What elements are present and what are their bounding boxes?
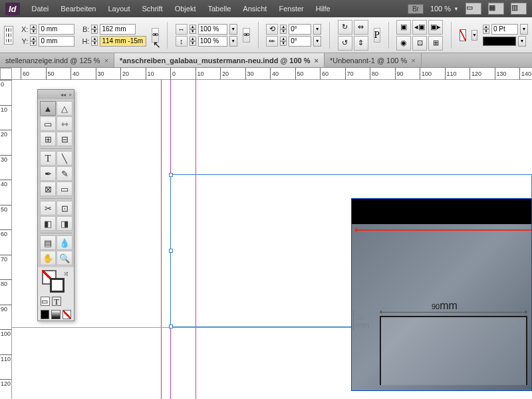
close-icon[interactable]: × xyxy=(411,57,415,65)
menu-datei[interactable]: Datei xyxy=(32,5,49,13)
default-gradient[interactable] xyxy=(51,310,60,319)
pen-tool[interactable]: ✒ xyxy=(40,166,56,181)
scale-y-dropdown[interactable]: ▼ xyxy=(229,36,237,47)
gap-tool[interactable]: ⇿ xyxy=(57,116,72,131)
stroke-weight-input[interactable] xyxy=(491,24,518,35)
close-icon[interactable]: × xyxy=(104,57,108,65)
apply-color[interactable]: ▭ xyxy=(41,297,50,306)
w-spin-up[interactable]: ▲ xyxy=(91,25,98,29)
fit-frame-icon[interactable]: ⊡ xyxy=(412,36,427,51)
placed-image[interactable]: 90mm 20mm xyxy=(351,198,532,391)
note-tool[interactable]: ▤ xyxy=(40,235,56,250)
zoom-level[interactable]: 100 % ▼ xyxy=(430,5,459,13)
tab-unbenannt[interactable]: *Unbenannt-1 @ 100 %× xyxy=(325,53,422,67)
flip-v-icon[interactable]: ⇕ xyxy=(354,36,368,51)
swap-colors-icon[interactable]: ⤭ xyxy=(63,270,68,277)
content-collector-tool[interactable]: ⊞ xyxy=(40,132,56,146)
scissors-tool[interactable]: ✂ xyxy=(40,201,56,215)
menu-ansicht[interactable]: Ansicht xyxy=(243,5,267,13)
type-tool[interactable]: T xyxy=(40,151,56,166)
select-content-icon[interactable]: ◉ xyxy=(396,36,411,51)
gradient-feather-tool[interactable]: ◨ xyxy=(57,216,72,231)
menu-layout[interactable]: Layout xyxy=(108,5,130,13)
selection-handle[interactable] xyxy=(169,173,173,177)
direct-selection-tool[interactable]: △ xyxy=(57,101,72,116)
shear-input[interactable] xyxy=(289,36,311,47)
tools-panel-header[interactable]: ◂◂ × xyxy=(38,90,74,99)
close-icon[interactable]: × xyxy=(68,92,72,98)
menu-schrift[interactable]: Schrift xyxy=(142,5,163,13)
scale-y-input[interactable] xyxy=(198,36,227,47)
document-tabs: stellenanzeige.indd @ 125 %× *anschreibe… xyxy=(0,53,532,68)
close-icon[interactable]: × xyxy=(315,57,319,65)
bridge-button[interactable]: Br xyxy=(408,4,424,14)
h-spin-down[interactable]: ▼ xyxy=(91,41,98,46)
tab-stellenanzeige[interactable]: stellenanzeige.indd @ 125 %× xyxy=(0,53,114,67)
content-placer-tool[interactable]: ⊟ xyxy=(57,132,72,146)
selection-handle[interactable] xyxy=(169,325,173,329)
line-tool[interactable]: ╲ xyxy=(57,151,72,166)
reference-point[interactable] xyxy=(4,26,13,45)
tab-anschreiben[interactable]: *anschreiben_galabau_mustermann-neu.indd… xyxy=(114,53,325,67)
stroke-weight-dropdown[interactable]: ▼ xyxy=(520,24,528,35)
h-input[interactable] xyxy=(100,36,146,47)
selection-handle[interactable] xyxy=(169,249,173,253)
y-label: Y: xyxy=(19,37,28,45)
x-input[interactable] xyxy=(39,24,74,35)
scale-x-dropdown[interactable]: ▼ xyxy=(229,24,237,35)
menu-bearbeiten[interactable]: Bearbeiten xyxy=(61,5,96,13)
collapse-icon[interactable]: ◂◂ xyxy=(61,92,66,98)
gradient-swatch-tool[interactable]: ◧ xyxy=(40,216,56,231)
select-prev-icon[interactable]: ◂▣ xyxy=(412,20,427,35)
fill-swatch[interactable] xyxy=(460,29,466,41)
menu-fenster[interactable]: Fenster xyxy=(279,5,303,13)
select-container-icon[interactable]: ▣ xyxy=(396,20,411,35)
flip-h-icon[interactable]: ⇔ xyxy=(354,20,368,35)
rectangle-tool[interactable]: ▭ xyxy=(57,182,72,196)
constrain-scale-icon[interactable]: ⚮ xyxy=(243,28,250,43)
w-spin-down[interactable]: ▼ xyxy=(91,29,98,34)
rotate-input[interactable] xyxy=(289,24,311,35)
zoom-tool[interactable]: 🔍 xyxy=(57,251,72,265)
shear-dropdown[interactable]: ▼ xyxy=(313,36,321,47)
eyedropper-tool[interactable]: 💧 xyxy=(57,235,72,250)
hand-tool[interactable]: ✋ xyxy=(40,251,56,265)
horizontal-ruler[interactable]: 6050403020100102030405060708090100110120… xyxy=(12,68,532,80)
screen-mode-icon[interactable]: ▭ xyxy=(466,3,481,15)
menu-hilfe[interactable]: Hilfe xyxy=(316,5,331,13)
canvas[interactable]: 90mm 20mm ◂◂ × ▲ △ ▭ ⇿ ⊞ ⊟ T ╲ ✒ xyxy=(12,80,532,399)
rotate-dropdown[interactable]: ▼ xyxy=(313,24,321,35)
arrange-icon[interactable]: ▦ xyxy=(488,3,504,15)
rectangle-frame-tool[interactable]: ⊠ xyxy=(40,182,56,196)
selection-tool[interactable]: ▲ xyxy=(40,101,56,116)
vertical-ruler[interactable]: 0102030405060708090100110120130 xyxy=(0,80,12,399)
select-next-icon[interactable]: ▣▸ xyxy=(428,20,443,35)
scale-x-input[interactable] xyxy=(198,24,227,35)
y-input[interactable] xyxy=(39,36,74,47)
menu-tabelle[interactable]: Tabelle xyxy=(207,5,231,13)
paragraph-style-icon[interactable]: P xyxy=(374,28,380,43)
x-spin-down[interactable]: ▼ xyxy=(30,29,37,34)
default-black[interactable] xyxy=(41,310,49,319)
w-input[interactable] xyxy=(100,24,136,35)
constrain-icon[interactable]: ⚮ xyxy=(152,28,159,43)
fill-dropdown[interactable]: ▼ xyxy=(471,30,477,41)
page-tool[interactable]: ▭ xyxy=(40,116,56,131)
y-spin-up[interactable]: ▲ xyxy=(30,37,37,41)
apply-none[interactable]: T xyxy=(52,297,61,306)
rotate-ccw-icon[interactable]: ↺ xyxy=(338,36,352,51)
stroke-style-dropdown[interactable]: ▼ xyxy=(518,36,526,47)
y-spin-down[interactable]: ▼ xyxy=(30,41,37,46)
pencil-tool[interactable]: ✎ xyxy=(57,166,72,181)
free-transform-tool[interactable]: ⊡ xyxy=(57,201,72,215)
h-spin-up[interactable]: ▲ xyxy=(91,37,98,41)
fit-content-icon[interactable]: ⊞ xyxy=(428,36,443,51)
x-spin-up[interactable]: ▲ xyxy=(30,25,37,29)
stroke-color[interactable] xyxy=(50,278,65,293)
ruler-origin[interactable] xyxy=(0,68,12,80)
stroke-style-swatch[interactable] xyxy=(483,37,516,46)
default-none[interactable] xyxy=(63,310,71,319)
menu-objekt[interactable]: Objekt xyxy=(175,5,196,13)
rotate-cw-icon[interactable]: ↻ xyxy=(338,20,352,35)
workspace-icon[interactable]: ▥ xyxy=(511,3,527,15)
